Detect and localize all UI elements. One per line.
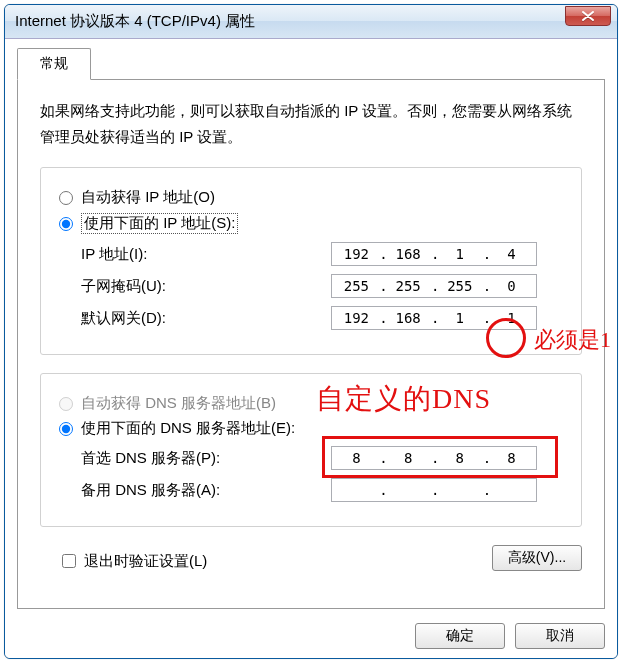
ip-group: 自动获得 IP 地址(O) 使用下面的 IP 地址(S): IP 地址(I): … — [40, 167, 582, 355]
manual-dns-radio[interactable] — [59, 422, 73, 436]
alt-dns-row: 备用 DNS 服务器(A): . . . — [59, 478, 563, 502]
auto-ip-radio[interactable] — [59, 191, 73, 205]
advanced-button[interactable]: 高级(V)... — [492, 545, 582, 571]
titlebar: Internet 协议版本 4 (TCP/IPv4) 属性 — [5, 5, 617, 39]
gateway-octet-3[interactable]: 1 — [442, 310, 478, 326]
gateway-input[interactable]: 192. 168. 1. 1 — [331, 306, 537, 330]
footer-buttons: 确定 取消 — [17, 623, 605, 649]
manual-dns-label: 使用下面的 DNS 服务器地址(E): — [81, 419, 295, 438]
validate-label: 退出时验证设置(L) — [84, 552, 207, 571]
auto-dns-row: 自动获得 DNS 服务器地址(B) — [59, 394, 563, 413]
tab-content: 如果网络支持此功能，则可以获取自动指派的 IP 设置。否则，您需要从网络系统管理… — [17, 79, 605, 609]
gateway-label: 默认网关(D): — [81, 309, 331, 328]
manual-ip-radio[interactable] — [59, 217, 73, 231]
description-text: 如果网络支持此功能，则可以获取自动指派的 IP 设置。否则，您需要从网络系统管理… — [40, 98, 582, 149]
window-title: Internet 协议版本 4 (TCP/IPv4) 属性 — [15, 12, 255, 31]
subnet-input[interactable]: 255. 255. 255. 0 — [331, 274, 537, 298]
ip-octet-4[interactable]: 4 — [493, 246, 529, 262]
gateway-row: 默认网关(D): 192. 168. 1. 1 — [59, 306, 563, 330]
manual-dns-row[interactable]: 使用下面的 DNS 服务器地址(E): — [59, 419, 563, 438]
ip-address-input[interactable]: 192. 168. 1. 4 — [331, 242, 537, 266]
ip-octet-2[interactable]: 168 — [390, 246, 426, 262]
auto-dns-label: 自动获得 DNS 服务器地址(B) — [81, 394, 276, 413]
gateway-octet-1[interactable]: 192 — [338, 310, 374, 326]
gateway-octet-4[interactable]: 1 — [493, 310, 529, 326]
validate-row[interactable]: 退出时验证设置(L) — [40, 552, 207, 571]
subnet-label: 子网掩码(U): — [81, 277, 331, 296]
manual-ip-row[interactable]: 使用下面的 IP 地址(S): — [59, 213, 563, 234]
primary-dns-label: 首选 DNS 服务器(P): — [81, 449, 331, 468]
auto-ip-label: 自动获得 IP 地址(O) — [81, 188, 215, 207]
subnet-octet-1[interactable]: 255 — [338, 278, 374, 294]
alt-dns-input[interactable]: . . . — [331, 478, 537, 502]
pdns-octet-4[interactable]: 8 — [493, 450, 529, 466]
close-button[interactable] — [565, 6, 611, 26]
primary-dns-row: 首选 DNS 服务器(P): 8. 8. 8. 8 — [59, 446, 563, 470]
manual-ip-label: 使用下面的 IP 地址(S): — [81, 213, 238, 234]
close-icon — [582, 11, 594, 21]
alt-dns-label: 备用 DNS 服务器(A): — [81, 481, 331, 500]
pdns-octet-1[interactable]: 8 — [338, 450, 374, 466]
client-area: 常规 如果网络支持此功能，则可以获取自动指派的 IP 设置。否则，您需要从网络系… — [5, 39, 617, 658]
ip-address-label: IP 地址(I): — [81, 245, 331, 264]
tab-general[interactable]: 常规 — [17, 48, 91, 80]
properties-dialog: Internet 协议版本 4 (TCP/IPv4) 属性 常规 如果网络支持此… — [4, 4, 618, 659]
ip-octet-3[interactable]: 1 — [442, 246, 478, 262]
ip-octet-1[interactable]: 192 — [338, 246, 374, 262]
cancel-button[interactable]: 取消 — [515, 623, 605, 649]
subnet-octet-4[interactable]: 0 — [493, 278, 529, 294]
subnet-octet-3[interactable]: 255 — [442, 278, 478, 294]
pdns-octet-3[interactable]: 8 — [442, 450, 478, 466]
dns-group: 自动获得 DNS 服务器地址(B) 使用下面的 DNS 服务器地址(E): 首选… — [40, 373, 582, 527]
auto-ip-row[interactable]: 自动获得 IP 地址(O) — [59, 188, 563, 207]
ip-address-row: IP 地址(I): 192. 168. 1. 4 — [59, 242, 563, 266]
gateway-octet-2[interactable]: 168 — [390, 310, 426, 326]
subnet-octet-2[interactable]: 255 — [390, 278, 426, 294]
primary-dns-input[interactable]: 8. 8. 8. 8 — [331, 446, 537, 470]
validate-checkbox[interactable] — [62, 554, 76, 568]
subnet-row: 子网掩码(U): 255. 255. 255. 0 — [59, 274, 563, 298]
tab-header: 常规 — [17, 48, 605, 80]
ok-button[interactable]: 确定 — [415, 623, 505, 649]
auto-dns-radio — [59, 397, 73, 411]
pdns-octet-2[interactable]: 8 — [390, 450, 426, 466]
